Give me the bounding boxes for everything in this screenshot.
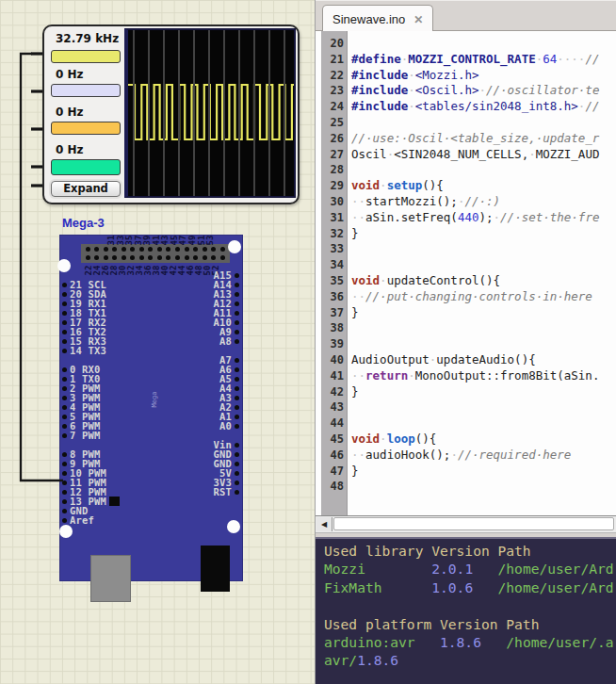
pin-dot[interactable] bbox=[235, 273, 239, 278]
pin-row[interactable]: A0 bbox=[186, 421, 239, 431]
pin-row[interactable]: 7 PWM bbox=[62, 431, 101, 440]
circuit-canvas[interactable]: Mega 31333537394143454749515322242628303… bbox=[0, 0, 315, 684]
pin-dot[interactable] bbox=[62, 405, 67, 410]
pin-dot[interactable] bbox=[235, 462, 239, 466]
channel-bar-4[interactable] bbox=[51, 159, 121, 175]
header-pin[interactable] bbox=[211, 247, 216, 252]
header-pin[interactable] bbox=[122, 255, 126, 260]
pin-dot[interactable] bbox=[62, 283, 67, 287]
code-line[interactable]: 22#include·<Mozzi.h> bbox=[316, 68, 616, 84]
pin-dot[interactable] bbox=[62, 499, 67, 504]
pin-row[interactable]: A8 bbox=[186, 336, 239, 346]
tab-close-icon[interactable]: ✕ bbox=[413, 13, 423, 26]
code-line[interactable]: 40AudioOutput·updateAudio(){ bbox=[316, 352, 616, 368]
header-pin[interactable] bbox=[203, 247, 207, 252]
code-line[interactable]: 47} bbox=[316, 464, 616, 480]
pin-dot[interactable] bbox=[62, 452, 67, 457]
pin-dot[interactable] bbox=[62, 367, 67, 372]
header-pin[interactable] bbox=[157, 255, 162, 260]
pin-dot[interactable] bbox=[62, 424, 67, 429]
pin-dot[interactable] bbox=[235, 320, 239, 325]
header-pin[interactable] bbox=[112, 247, 117, 252]
code-line[interactable]: 23#include·<Oscil.h>·//·oscillator·te bbox=[316, 83, 616, 99]
pin-dot[interactable] bbox=[235, 490, 239, 495]
pin-dot[interactable] bbox=[235, 424, 239, 429]
code-line[interactable]: 44 bbox=[316, 415, 616, 432]
pin-dot[interactable] bbox=[235, 283, 239, 287]
header-pin[interactable] bbox=[175, 247, 180, 252]
pin-dot[interactable] bbox=[62, 396, 67, 400]
code-line[interactable]: 34 bbox=[316, 257, 616, 273]
code-line[interactable]: 42} bbox=[316, 384, 616, 400]
pin-dot[interactable] bbox=[62, 462, 67, 466]
code-line[interactable]: 43 bbox=[316, 399, 616, 415]
header-pin[interactable] bbox=[193, 247, 198, 252]
code-line[interactable]: 46··audioHook();·//·required·here bbox=[316, 448, 616, 464]
pin-dot[interactable] bbox=[62, 415, 67, 419]
code-line[interactable]: 37} bbox=[316, 305, 616, 321]
pin-dot[interactable] bbox=[235, 367, 239, 372]
header-pin[interactable] bbox=[211, 255, 216, 260]
pin-dot[interactable] bbox=[235, 301, 239, 306]
pin-row[interactable]: RST bbox=[186, 487, 239, 497]
pin-dot[interactable] bbox=[235, 443, 239, 448]
pin-dot[interactable] bbox=[235, 405, 239, 410]
code-line[interactable]: 30··startMozzi();·//·:) bbox=[316, 194, 616, 210]
pin-dot[interactable] bbox=[62, 471, 67, 476]
header-pin[interactable] bbox=[86, 255, 90, 260]
header-pin[interactable] bbox=[157, 247, 162, 252]
code-line[interactable]: 31··aSin.setFreq(440);·//·set·the·fre bbox=[316, 210, 616, 226]
pin-dot[interactable] bbox=[62, 509, 67, 513]
channel-bar-2[interactable] bbox=[51, 84, 121, 97]
code-line[interactable]: 29void·setup(){ bbox=[316, 178, 616, 194]
tab-sinewave[interactable]: Sinewave.ino ✕ bbox=[322, 5, 433, 33]
code-line[interactable]: 28 bbox=[316, 162, 616, 178]
header-pin[interactable] bbox=[94, 255, 99, 260]
header-pin[interactable] bbox=[94, 247, 99, 252]
pin-row[interactable]: 14 TX3 bbox=[62, 346, 106, 355]
channel-bar-3[interactable] bbox=[51, 122, 121, 135]
pin-dot[interactable] bbox=[62, 480, 67, 485]
pin-dot[interactable] bbox=[62, 349, 67, 353]
header-pin[interactable] bbox=[130, 255, 135, 260]
code-line[interactable]: 20 bbox=[316, 36, 616, 52]
pin-dot[interactable] bbox=[62, 377, 67, 382]
code-line[interactable]: 26//·use:·Oscil·<table_size,·update_r bbox=[316, 131, 616, 147]
header-pin[interactable] bbox=[139, 247, 144, 252]
code-line[interactable]: 21#define·MOZZI_CONTROL_RATE·64····// bbox=[316, 52, 616, 68]
pin-dot[interactable] bbox=[235, 339, 239, 344]
pin-dot[interactable] bbox=[235, 358, 239, 363]
pin-dot[interactable] bbox=[235, 452, 239, 457]
code-line[interactable]: 33 bbox=[316, 241, 616, 257]
header-pin[interactable] bbox=[86, 247, 90, 252]
header-pin[interactable] bbox=[130, 247, 135, 252]
pin-dot[interactable] bbox=[62, 320, 67, 325]
pin-dot[interactable] bbox=[62, 311, 67, 316]
pin-dot[interactable] bbox=[235, 396, 239, 400]
code-line[interactable]: 27Oscil·<SIN2048_NUM_CELLS,·MOZZI_AUD bbox=[316, 147, 616, 163]
pin-dot[interactable] bbox=[62, 433, 67, 438]
pin-dot[interactable] bbox=[62, 330, 67, 334]
header-pin[interactable] bbox=[122, 247, 126, 252]
header-pin[interactable] bbox=[112, 255, 117, 260]
pin-dot[interactable] bbox=[62, 518, 67, 523]
code-line[interactable]: 25 bbox=[316, 115, 616, 131]
code-line[interactable]: 36··//·put·changing·controls·in·here bbox=[316, 289, 616, 305]
pin-dot[interactable] bbox=[235, 292, 239, 297]
horizontal-scrollbar[interactable]: ◀ bbox=[316, 515, 616, 533]
header-pin[interactable] bbox=[185, 247, 189, 252]
header-pin[interactable] bbox=[193, 255, 198, 260]
code-line[interactable]: 41··return·MonoOutput::from8Bit(aSin. bbox=[316, 368, 616, 384]
header-pin[interactable] bbox=[185, 255, 189, 260]
pin-dot[interactable] bbox=[235, 330, 239, 334]
pin-dot[interactable] bbox=[62, 339, 67, 344]
header-pin[interactable] bbox=[220, 255, 225, 260]
code-line[interactable]: 39 bbox=[316, 336, 616, 352]
header-pin[interactable] bbox=[203, 255, 207, 260]
code-line[interactable]: 24#include·<tables/sin2048_int8.h>·// bbox=[316, 99, 616, 115]
pin-dot[interactable] bbox=[62, 292, 67, 297]
header-pin[interactable] bbox=[104, 255, 108, 260]
header-pin[interactable] bbox=[139, 255, 144, 260]
oscilloscope-panel[interactable]: 32.79 kHz 0 Hz 0 Hz 0 Hz Expand bbox=[42, 24, 300, 204]
pin-row[interactable]: Aref bbox=[62, 515, 94, 525]
